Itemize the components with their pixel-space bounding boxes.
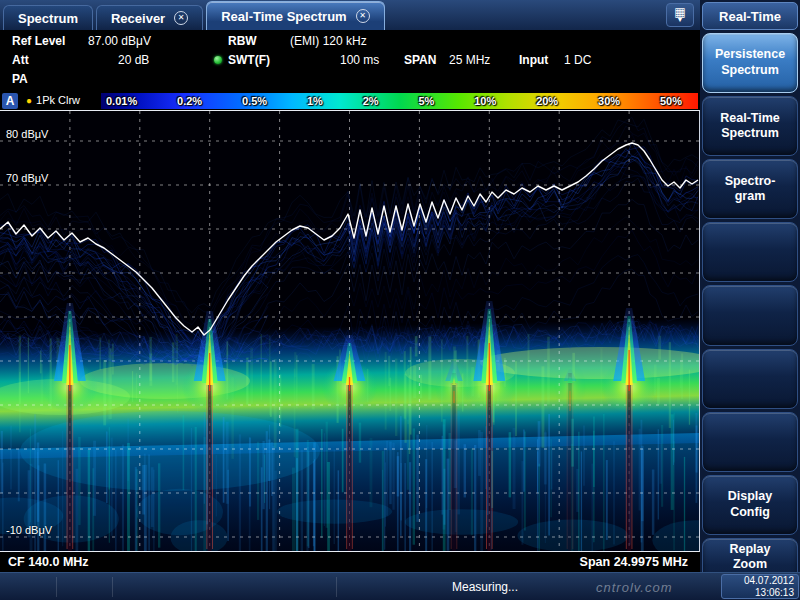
display-header: A ●1Pk Clrw 0.01% 0.2% 0.5% 1% 2% 5% 10%… xyxy=(0,92,700,110)
scale-tick: 2% xyxy=(363,95,379,107)
span-value: 25 MHz xyxy=(449,53,490,67)
tab-receiver[interactable]: Receiver ✕ xyxy=(96,5,203,30)
scale-tick: 0.01% xyxy=(106,95,137,107)
settings-bar: Ref Level 87.00 dBμV RBW (EMI) 120 kHz A… xyxy=(0,30,700,92)
softkey-panel: Real-Time Persistence Spectrum Real-Time… xyxy=(700,0,800,600)
y-axis-label: -10 dBμV xyxy=(6,524,52,536)
input-label: Input xyxy=(519,53,548,67)
close-icon[interactable]: ✕ xyxy=(174,11,188,25)
att-label: Att xyxy=(12,53,29,67)
scale-tick: 0.5% xyxy=(242,95,267,107)
measurement-display: A ●1Pk Clrw 0.01% 0.2% 0.5% 1% 2% 5% 10%… xyxy=(0,92,700,572)
status-message: Measuring... xyxy=(452,580,518,594)
scale-tick: 20% xyxy=(536,95,558,107)
datetime-display: 04.07.2012 13:06:13 xyxy=(721,574,799,599)
att-value: 20 dB xyxy=(118,53,149,67)
swt-led-icon xyxy=(214,56,222,64)
window-badge: A xyxy=(2,93,18,109)
span-readout: Span 24.9975 MHz xyxy=(580,552,688,572)
swt-value: 100 ms xyxy=(340,53,379,67)
scale-tick: 10% xyxy=(474,95,496,107)
softkey-spectrogram[interactable]: Spectro- gram xyxy=(702,159,798,219)
center-frequency-readout: CF 140.0 MHz xyxy=(8,552,89,572)
trace-label: 1Pk Clrw xyxy=(36,94,80,106)
tab-label: Spectrum xyxy=(18,11,78,26)
replay-zoom-label: Replay Zoom xyxy=(730,542,771,573)
swt-label: SWT(F) xyxy=(228,53,270,67)
tab-spectrum[interactable]: Spectrum xyxy=(3,5,93,30)
spectrum-canvas xyxy=(0,111,699,551)
status-bar: Measuring... cntrolv.com 04.07.2012 13:0… xyxy=(0,572,800,600)
statusbar-separator xyxy=(336,577,337,597)
persistence-spectrum-plot: 80 dBμV 70 dBμV -10 dBμV xyxy=(0,110,700,552)
y-axis-label: 80 dBμV xyxy=(6,128,48,140)
y-axis-label: 70 dBμV xyxy=(6,172,48,184)
date-text: 04.07.2012 xyxy=(726,575,794,587)
rbw-label: RBW xyxy=(228,34,257,48)
close-icon[interactable]: ✕ xyxy=(356,9,370,23)
tab-bar: Spectrum Receiver ✕ Real-Time Spectrum ✕… xyxy=(0,0,702,30)
statusbar-separator xyxy=(56,577,57,597)
watermark-text: cntrolv.com xyxy=(596,580,673,595)
tab-label: Real-Time Spectrum xyxy=(221,9,346,24)
frequency-readout-bar: CF 140.0 MHz Span 24.9975 MHz xyxy=(0,552,700,572)
input-value: 1 DC xyxy=(564,53,591,67)
softkey-empty-2 xyxy=(702,285,798,345)
softkey-empty-3 xyxy=(702,349,798,409)
scale-tick: 50% xyxy=(660,95,682,107)
chevron-down-icon: ▼ xyxy=(677,17,684,22)
scale-tick: 1% xyxy=(307,95,323,107)
softkey-display-config[interactable]: Display Config xyxy=(702,475,798,535)
scale-tick: 0.2% xyxy=(177,95,202,107)
scale-tick: 30% xyxy=(598,95,620,107)
softkey-empty-4 xyxy=(702,412,798,472)
trace-info: ●1Pk Clrw xyxy=(26,94,80,106)
softkey-menu-title: Real-Time xyxy=(702,2,798,30)
time-text: 13:06:13 xyxy=(726,587,794,599)
softkey-realtime-spectrum[interactable]: Real-Time Spectrum xyxy=(702,96,798,156)
rbw-value: (EMI) 120 kHz xyxy=(290,34,367,48)
span-label: SPAN xyxy=(404,53,436,67)
window-layout-icon[interactable]: ▦▼ xyxy=(666,3,694,27)
instrument-screen: Spectrum Receiver ✕ Real-Time Spectrum ✕… xyxy=(0,0,800,600)
softkey-empty-1 xyxy=(702,222,798,282)
preamp-indicator: PA xyxy=(12,72,28,86)
tab-label: Receiver xyxy=(111,11,165,26)
tab-realtime-spectrum[interactable]: Real-Time Spectrum ✕ xyxy=(206,1,384,30)
softkey-persistence-spectrum[interactable]: Persistence Spectrum xyxy=(702,33,798,93)
ref-level-value: 87.00 dBμV xyxy=(88,34,151,48)
scale-tick: 5% xyxy=(418,95,434,107)
persistence-color-scale: 0.01% 0.2% 0.5% 1% 2% 5% 10% 20% 30% 50% xyxy=(101,93,698,109)
statusbar-separator xyxy=(112,577,113,597)
trace-color-icon: ● xyxy=(26,95,32,106)
ref-level-label: Ref Level xyxy=(12,34,65,48)
